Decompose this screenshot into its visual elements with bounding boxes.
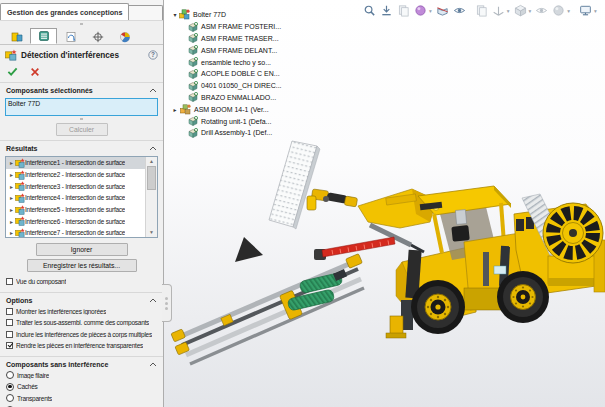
- save-results-button[interactable]: Enregistrer les résultats...: [27, 259, 137, 272]
- featuremanager-tab[interactable]: [3, 30, 30, 44]
- part-icon: [188, 69, 198, 79]
- interference-detection-icon: [5, 49, 17, 61]
- tree-item-asm-frame-trasero[interactable]: ASM FRAME TRASER...: [171, 33, 282, 45]
- expand-caret-icon[interactable]: ▸: [8, 194, 15, 201]
- dimxpertmanager-tab[interactable]: [84, 30, 111, 44]
- property-manager-panel: Gestion des grandes conceptions Détectio…: [0, 0, 164, 407]
- tree-item-asm-frame-posterior[interactable]: ASM FRAME POSTERI...: [171, 21, 282, 33]
- dropdown-caret-icon[interactable]: ▾: [594, 8, 597, 14]
- scroll-down-icon[interactable]: ▼: [149, 228, 154, 237]
- hide-show-items-icon[interactable]: [534, 3, 549, 18]
- display-pane-icon[interactable]: [578, 3, 593, 18]
- ok-button[interactable]: [7, 66, 18, 77]
- view-orientation-icon[interactable]: [491, 3, 506, 18]
- checkbox-checked-icon: [6, 342, 13, 349]
- part-icon: [188, 45, 198, 55]
- page-title: Détection d'interférences: [21, 51, 119, 60]
- non-interfering-components-header[interactable]: Composants sans interférence: [0, 357, 163, 370]
- expand-caret-icon[interactable]: ▸: [8, 206, 15, 213]
- scroll-up-icon[interactable]: ▲: [149, 157, 154, 166]
- part-icon: [188, 116, 198, 126]
- dropdown-caret-icon[interactable]: ▾: [567, 8, 570, 14]
- tree-item-ch-direccion[interactable]: 0401 01050_CH DIREC...: [171, 80, 282, 92]
- graphics-viewport[interactable]: ▾ ▾ ▾ ▾ ▾ ▾ Bolter 77D ASM FRAME POSTERI…: [164, 0, 605, 407]
- scroll-thumb[interactable]: [147, 166, 156, 190]
- results-scrollbar[interactable]: ▲ ▼: [145, 157, 157, 237]
- display-style-icon[interactable]: [513, 3, 528, 18]
- tree-item-asm-frame-delantero[interactable]: ASM FRAME DELANT...: [171, 44, 282, 56]
- tab-large-design-review[interactable]: Gestion des grandes conceptions: [0, 3, 129, 20]
- expand-caret-icon[interactable]: ▸: [8, 159, 15, 166]
- expand-caret-icon[interactable]: ▸: [8, 218, 15, 225]
- interference-result-row-2[interactable]: ▸ Interférence2 - Intersection de surfac…: [6, 169, 145, 181]
- selected-components-field[interactable]: Bolter 77D: [5, 98, 158, 116]
- dropdown-caret-icon[interactable]: ▾: [429, 8, 432, 14]
- tree-expand-icon[interactable]: ▾: [171, 11, 179, 18]
- radio-transparent[interactable]: Transparents: [0, 393, 163, 405]
- checkbox-treat-subassemblies-as-components[interactable]: Traiter les sous-assembl. comme des comp…: [0, 317, 163, 329]
- displaymanager-tab[interactable]: [111, 30, 138, 44]
- zoom-area-icon[interactable]: [379, 3, 394, 18]
- checkbox-include-multibody-interferences[interactable]: Inclure les interférences de pièces à co…: [0, 329, 163, 341]
- interference-result-row-7[interactable]: ▸ Interférence7 - Intersection de surfac…: [6, 227, 145, 237]
- propertymanager-tab[interactable]: [30, 28, 57, 44]
- tree-item-drill-assembly[interactable]: Drill Assembly-1 (Def...: [171, 127, 282, 139]
- interference-result-row-5[interactable]: ▸ Interférence5 - Intersection de surfac…: [6, 204, 145, 216]
- cancel-button[interactable]: [30, 67, 40, 77]
- results-header[interactable]: Résultats: [0, 141, 163, 154]
- section-view-icon[interactable]: [435, 3, 450, 18]
- tree-root-bolter-77d[interactable]: ▾ Bolter 77D: [171, 9, 282, 21]
- tree-expand-icon[interactable]: ▸: [171, 106, 179, 113]
- selected-components-header[interactable]: Composants sélectionnés: [0, 83, 163, 96]
- zoom-fit-icon[interactable]: [362, 3, 377, 18]
- model-panel-clamp: [307, 189, 358, 210]
- part-icon: [188, 33, 198, 43]
- interference-result-row-1[interactable]: ▸ Interférence1 - Intersection de surfac…: [6, 157, 145, 169]
- radio-wireframe[interactable]: Image filaire: [0, 370, 163, 382]
- copy-settings-icon[interactable]: [474, 3, 489, 18]
- expand-caret-icon[interactable]: ▸: [8, 171, 15, 178]
- configurationmanager-tab[interactable]: [57, 30, 84, 44]
- checkbox-icon: [6, 308, 13, 315]
- interference-icon: [15, 158, 25, 168]
- tree-item-acople-doble[interactable]: ACOPLE DOBLE C EN...: [171, 68, 282, 80]
- checkbox-make-interfering-parts-transparent[interactable]: Rendre les pièces en interférence transp…: [0, 340, 163, 352]
- checkbox-show-ignored-interferences[interactable]: Montrer les interférences ignorées: [0, 306, 163, 318]
- dropdown-caret-icon[interactable]: ▾: [507, 8, 510, 14]
- help-icon[interactable]: [148, 50, 158, 60]
- expand-caret-icon[interactable]: ▸: [8, 183, 15, 190]
- chevron-up-icon[interactable]: [149, 146, 157, 151]
- calculate-button[interactable]: Calculer: [56, 123, 108, 136]
- interference-icon: [15, 216, 25, 226]
- dropdown-caret-icon[interactable]: ▾: [529, 8, 532, 14]
- tree-item-ensamble-techo[interactable]: ensamble techo y so...: [171, 56, 282, 68]
- field-resize-handle[interactable]: [80, 118, 83, 120]
- model-rear-wheel: [497, 271, 549, 323]
- ignore-button[interactable]: Ignorer: [36, 243, 128, 256]
- tree-item-rotating-unit[interactable]: Rotating unit-1 (Defa...: [171, 115, 282, 127]
- radio-icon: [6, 394, 14, 402]
- annotation-views-icon[interactable]: [452, 3, 467, 18]
- panel-splitter-handle[interactable]: [162, 284, 172, 322]
- edit-appearance-icon[interactable]: [413, 3, 428, 18]
- assembly-icon: [179, 9, 190, 20]
- expand-caret-icon[interactable]: ▸: [8, 229, 15, 236]
- selected-component-value: Bolter 77D: [8, 100, 155, 107]
- chevron-up-icon[interactable]: [149, 88, 157, 93]
- options-header[interactable]: Options: [0, 293, 163, 306]
- panel-collapse-handle[interactable]: [0, 20, 163, 27]
- checkbox-icon: [6, 319, 13, 326]
- tree-item-brazo-enmallado[interactable]: BRAZO ENMALLADO...: [171, 92, 282, 104]
- interference-result-row-6[interactable]: ▸ Interférence6 - Intersection de surfac…: [6, 215, 145, 227]
- tree-item-asm-boom[interactable]: ▸ ASM BOOM 14-1 (Ver...: [171, 103, 282, 115]
- chevron-up-icon[interactable]: [149, 298, 157, 303]
- radio-hidden[interactable]: Cachés: [0, 381, 163, 393]
- previous-view-icon[interactable]: [396, 3, 411, 18]
- apply-scene-icon[interactable]: [551, 3, 566, 18]
- model-mesh-panel: [269, 141, 320, 229]
- tab-stub[interactable]: [129, 5, 163, 20]
- interference-result-row-3[interactable]: ▸ Interférence3 - Intersection de surfac…: [6, 180, 145, 192]
- component-view-checkbox[interactable]: Vue du composant: [0, 276, 163, 288]
- chevron-up-icon[interactable]: [149, 362, 157, 367]
- interference-result-row-4[interactable]: ▸ Interférence4 - Intersection de surfac…: [6, 192, 145, 204]
